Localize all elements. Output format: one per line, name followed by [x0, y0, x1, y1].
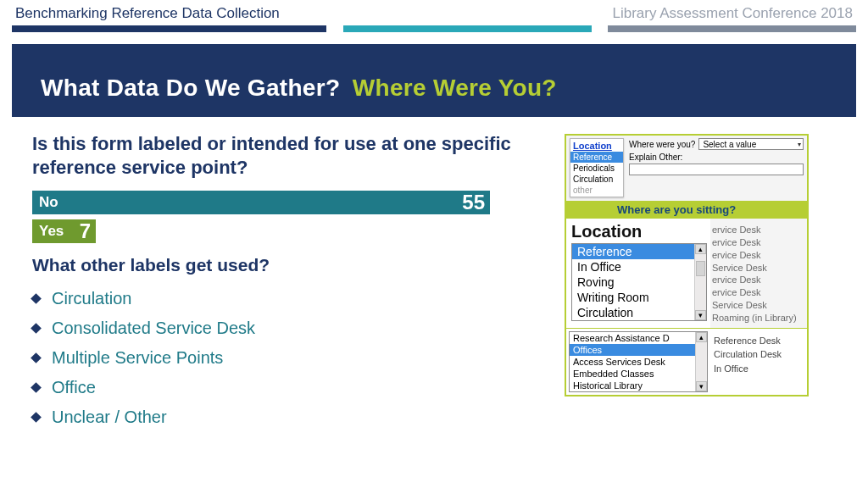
mock3-right-column: Reference Desk Circulation Desk In Offic… — [710, 329, 807, 395]
list-item-label: Unclear / Other — [52, 408, 167, 427]
mock3-opt[interactable]: Embedded Classes — [570, 368, 695, 380]
bar-yes-label: Yes — [32, 223, 64, 240]
mock2-right-column: ervice Desk ervice Desk ervice Desk Serv… — [710, 219, 807, 328]
list-item: Consolidated Service Desk — [32, 313, 549, 343]
bar-chart: No 55 Yes 7 — [32, 191, 549, 243]
title-part-1: What Data Do We Gather? — [41, 75, 340, 101]
mock-form-3: Research Assistance D Offices Access Ser… — [566, 328, 807, 395]
list-item: Office — [32, 373, 549, 402]
bullet-diamond-icon — [31, 323, 42, 334]
mock3-opt[interactable]: Offices — [570, 344, 695, 356]
mock2-opt[interactable]: Reference — [572, 244, 694, 259]
bar-no-value: 55 — [462, 191, 485, 214]
mock1-explain-input[interactable] — [629, 164, 804, 175]
mock1-opt[interactable]: Reference — [570, 152, 623, 163]
mock1-location-listbox[interactable]: Location Reference Periodicals Circulati… — [570, 138, 624, 197]
bar-yes-value: 7 — [80, 219, 91, 243]
labels-list: Circulation Consolidated Service Desk Mu… — [32, 284, 549, 432]
sub-question: What other labels get used? — [32, 255, 549, 275]
slide-header-right: Library Assessment Conference 2018 — [613, 5, 854, 22]
list-item: Multiple Service Points — [32, 343, 549, 373]
mock1-where-select[interactable]: Select a value — [698, 138, 804, 150]
mock3-right-item: In Office — [714, 362, 804, 376]
mock2-right-item: ervice Desk — [712, 236, 804, 249]
header-stripe — [12, 25, 856, 32]
mock2-location-listbox[interactable]: Reference In Office Roving Writing Room … — [571, 243, 707, 321]
mock2-right-item: ervice Desk — [712, 249, 804, 262]
mock3-opt[interactable]: Access Services Desk — [570, 356, 695, 368]
bar-no: No 55 — [32, 191, 490, 214]
bar-no-label: No — [32, 194, 58, 211]
mock-form-1: Location Reference Periodicals Circulati… — [566, 136, 807, 201]
mock-sitting-bar: Where are you sitting? — [566, 201, 807, 218]
mock2-location-title: Location — [571, 222, 707, 241]
list-item: Circulation — [32, 284, 549, 313]
mock3-listbox[interactable]: Research Assistance D Offices Access Ser… — [569, 331, 708, 392]
scrollbar[interactable] — [694, 244, 706, 320]
list-item-label: Consolidated Service Desk — [52, 319, 255, 338]
bullet-diamond-icon — [31, 412, 42, 423]
mock1-where-label: Where were you? — [629, 140, 695, 149]
mock1-opt[interactable]: Circulation — [570, 174, 623, 185]
mock1-opt[interactable]: other — [570, 185, 623, 196]
mock2-right-item: ervice Desk — [712, 286, 804, 299]
list-item-label: Circulation — [52, 289, 131, 308]
mock3-opt[interactable]: Research Assistance D — [570, 332, 695, 344]
bullet-diamond-icon — [31, 293, 42, 304]
title-part-2: Where Were You? — [353, 75, 557, 101]
mock3-right-item: Circulation Desk — [714, 347, 804, 362]
slide-header-left: Benchmarking Reference Data Collection — [15, 5, 280, 22]
mock2-opt[interactable]: In Office — [572, 259, 694, 274]
scrollbar[interactable] — [695, 332, 707, 391]
bullet-diamond-icon — [31, 352, 42, 363]
list-item-label: Office — [52, 378, 96, 397]
mock3-opt[interactable]: Historical Library — [570, 380, 695, 391]
mock2-right-item: ervice Desk — [712, 274, 804, 286]
mock1-explain-label: Explain Other: — [629, 152, 804, 162]
mock2-opt[interactable]: Circulation — [572, 305, 694, 320]
mock2-right-item: Service Desk — [712, 299, 804, 312]
mock2-right-item: Service Desk — [712, 262, 804, 274]
main-question: Is this form labeled or intended for use… — [32, 132, 549, 179]
mock1-location-header: Location — [570, 140, 623, 152]
bullet-diamond-icon — [31, 382, 42, 393]
mock-form-2: Location Reference In Office Roving Writ… — [566, 218, 807, 328]
list-item: Unclear / Other — [32, 402, 549, 432]
mock3-right-item: Reference Desk — [714, 334, 804, 348]
mock2-opt[interactable]: Writing Room — [572, 290, 694, 305]
mock1-opt[interactable]: Periodicals — [570, 163, 623, 174]
form-mockups-panel: Location Reference Periodicals Circulati… — [565, 134, 809, 396]
mock2-opt[interactable]: Roving — [572, 274, 694, 290]
mock2-right-item: Roaming (in Library) — [712, 312, 804, 324]
bar-yes: Yes 7 — [32, 219, 96, 243]
list-item-label: Multiple Service Points — [52, 348, 223, 368]
mock2-right-item: ervice Desk — [712, 224, 804, 236]
title-band: What Data Do We Gather? Where Were You? — [12, 44, 856, 117]
